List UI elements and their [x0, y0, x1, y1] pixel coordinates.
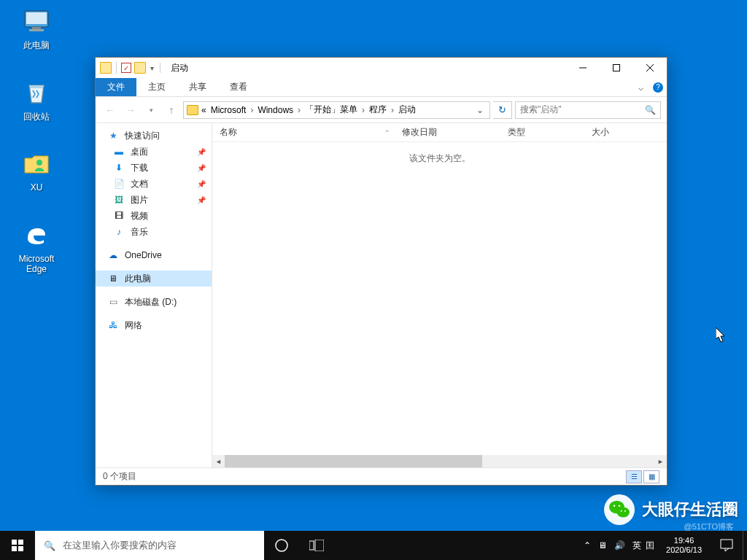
star-icon: ★	[107, 130, 119, 141]
breadcrumb-part[interactable]: 启动	[397, 104, 417, 116]
tray-overflow-button[interactable]: ⌃	[584, 540, 591, 551]
nav-downloads[interactable]: ⬇下载📌	[96, 160, 212, 176]
breadcrumb-dropdown[interactable]: ⌄	[473, 105, 487, 115]
clock-date: 2020/6/13	[666, 545, 702, 555]
svg-point-12	[617, 508, 630, 518]
nav-onedrive[interactable]: ☁OneDrive	[96, 247, 212, 263]
close-button[interactable]	[633, 58, 667, 78]
ribbon-tab-home[interactable]: 主页	[136, 78, 177, 96]
column-date[interactable]: 修改日期	[395, 126, 500, 139]
folder-icon[interactable]	[100, 62, 112, 74]
volume-icon[interactable]: 🔊	[614, 540, 625, 551]
nav-local-disk-d[interactable]: ▭本地磁盘 (D:)	[96, 294, 212, 310]
ribbon-expand-button[interactable]: ⌵	[632, 78, 649, 96]
breadcrumb-part[interactable]: Microsoft	[209, 105, 248, 115]
maximize-button[interactable]	[600, 58, 633, 78]
details-view-button[interactable]: ☰	[626, 470, 642, 483]
column-size[interactable]: 大小	[584, 126, 667, 139]
column-type[interactable]: 类型	[500, 126, 584, 139]
breadcrumb-part[interactable]: 程序	[368, 104, 388, 116]
clock[interactable]: 19:46 2020/6/13	[662, 536, 706, 555]
search-placeholder: 搜索"启动"	[520, 104, 562, 116]
properties-icon[interactable]: ✓	[121, 63, 131, 73]
search-input[interactable]: 搜索"启动" 🔍	[515, 101, 661, 119]
svg-rect-7	[614, 65, 620, 71]
ribbon-tab-share[interactable]: 共享	[177, 78, 218, 96]
titlebar-separator	[160, 63, 160, 73]
svg-rect-2	[32, 27, 41, 29]
search-placeholder: 在这里输入你要搜索的内容	[63, 539, 177, 552]
pin-icon: 📌	[197, 180, 206, 188]
chevron-right-icon[interactable]: ›	[360, 105, 366, 115]
ribbon-tab-view[interactable]: 查看	[218, 78, 259, 96]
show-desktop-button[interactable]	[743, 531, 747, 560]
nav-videos[interactable]: 🎞视频	[96, 208, 212, 224]
task-view-button[interactable]	[299, 531, 334, 560]
breadcrumb-part[interactable]: Windows	[256, 105, 295, 115]
status-bar: 0 个项目 ☰ ▦	[96, 467, 667, 485]
ime-indicator[interactable]: 英 囯	[632, 540, 654, 552]
nav-pictures[interactable]: 🖼图片📌	[96, 192, 212, 208]
svg-point-17	[276, 540, 287, 551]
picture-icon: 🖼	[113, 194, 125, 206]
refresh-button[interactable]: ↻	[493, 101, 512, 119]
nav-this-pc[interactable]: 🖥此电脑	[96, 271, 212, 287]
taskbar-search[interactable]: 🔍 在这里输入你要搜索的内容	[35, 531, 264, 560]
desktop-icon-recycle-bin[interactable]: 回收站	[9, 77, 64, 123]
sort-indicator-icon: ⌃	[384, 129, 390, 136]
folder-open-icon[interactable]	[134, 62, 146, 74]
desktop-icon-xu-folder[interactable]: XU	[9, 149, 64, 192]
breadcrumb-part[interactable]: 「开始」菜单	[303, 104, 359, 116]
network-icon[interactable]: 🖥	[598, 540, 607, 551]
minimize-button[interactable]	[566, 58, 600, 78]
chevron-right-icon[interactable]: ›	[249, 105, 255, 115]
desktop-icon-label: 此电脑	[23, 39, 50, 52]
search-icon[interactable]: 🔍	[645, 105, 656, 115]
horizontal-scrollbar[interactable]: ◄ ►	[212, 455, 667, 467]
breadcrumb-overflow[interactable]: «	[200, 105, 208, 115]
breadcrumb[interactable]: « Microsoft› Windows› 「开始」菜单› 程序› 启动 ⌄	[183, 101, 490, 119]
help-button[interactable]: ?	[649, 78, 667, 96]
ime-lang: 英	[632, 540, 641, 552]
qat-dropdown-icon[interactable]: ▾	[149, 64, 155, 72]
folder-user-icon	[21, 149, 52, 179]
titlebar[interactable]: ✓ ▾ 启动	[96, 58, 667, 78]
scroll-left-icon[interactable]: ◄	[212, 455, 225, 467]
desktop-icon-label: XU	[31, 182, 43, 192]
chevron-right-icon[interactable]: ›	[296, 105, 302, 115]
desktop-icon-label: Microsoft Edge	[19, 254, 55, 274]
desktop-icon-this-pc[interactable]: 此电脑	[9, 6, 64, 52]
action-center-button[interactable]	[713, 539, 740, 552]
ribbon-tab-file[interactable]: 文件	[96, 78, 136, 96]
nav-quick-access[interactable]: ★快速访问	[96, 128, 212, 144]
forward-button[interactable]: →	[122, 101, 139, 119]
recent-locations-button[interactable]: ▾	[142, 101, 160, 119]
up-button[interactable]: ↑	[163, 101, 180, 119]
system-tray: ⌃ 🖥 🔊 英 囯 19:46 2020/6/13	[584, 531, 743, 560]
nav-desktop[interactable]: ▬桌面📌	[96, 144, 212, 160]
search-icon: 🔍	[44, 540, 55, 551]
svg-point-13	[614, 505, 616, 507]
scroll-right-icon[interactable]: ►	[654, 455, 667, 467]
nav-network[interactable]: 🖧网络	[96, 317, 212, 333]
start-button[interactable]	[0, 531, 35, 560]
desktop-icon-edge[interactable]: Microsoft Edge	[9, 220, 64, 274]
chevron-right-icon[interactable]: ›	[390, 105, 395, 115]
back-button[interactable]: ←	[101, 101, 119, 119]
wechat-icon	[604, 494, 635, 525]
scroll-track[interactable]	[225, 455, 654, 467]
nav-documents[interactable]: 📄文档📌	[96, 176, 212, 192]
pin-icon: 📌	[197, 148, 206, 156]
icons-view-button[interactable]: ▦	[643, 470, 659, 483]
empty-folder-message: 该文件夹为空。	[212, 142, 667, 455]
cortana-button[interactable]	[264, 531, 299, 560]
window-title: 启动	[171, 62, 188, 74]
cloud-icon: ☁	[107, 249, 119, 261]
clock-time: 19:46	[666, 536, 702, 545]
nav-music[interactable]: ♪音乐	[96, 224, 212, 240]
scroll-thumb[interactable]	[225, 455, 482, 467]
svg-rect-18	[309, 541, 314, 550]
navigation-pane[interactable]: ★快速访问 ▬桌面📌 ⬇下载📌 📄文档📌 🖼图片📌 🎞视频 ♪音乐 ☁OneDr…	[96, 123, 212, 467]
download-icon: ⬇	[113, 162, 125, 174]
column-name[interactable]: 名称⌃	[212, 126, 395, 139]
